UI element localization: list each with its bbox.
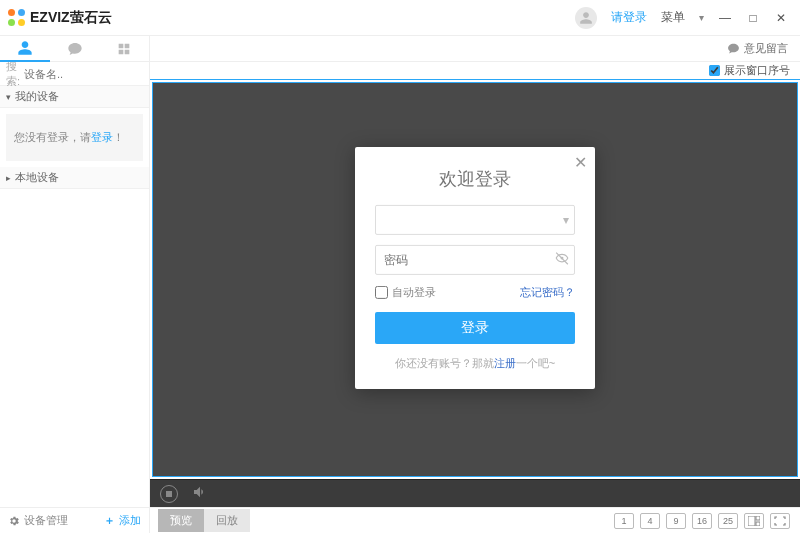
login-link[interactable]: 请登录 bbox=[611, 9, 647, 26]
logo-icon bbox=[8, 9, 26, 27]
plus-icon: ＋ bbox=[104, 513, 115, 528]
grid-custom-button[interactable] bbox=[744, 513, 764, 529]
tab-playback[interactable]: 回放 bbox=[204, 509, 250, 532]
avatar-icon bbox=[575, 7, 597, 29]
chevron-down-icon: ▾ bbox=[6, 92, 11, 102]
svg-rect-1 bbox=[756, 516, 760, 520]
feedback-label: 意见留言 bbox=[744, 41, 788, 56]
stop-button[interactable] bbox=[160, 485, 178, 503]
auto-login-label: 自动登录 bbox=[392, 284, 436, 299]
add-label: 添加 bbox=[119, 513, 141, 528]
modal-close-icon[interactable]: ✕ bbox=[574, 152, 587, 171]
login-prompt-prefix: 您没有登录，请 bbox=[14, 131, 91, 143]
tab-apps[interactable] bbox=[99, 36, 149, 62]
feedback-button[interactable]: 意见留言 bbox=[727, 41, 788, 56]
device-mgmt-label: 设备管理 bbox=[24, 513, 68, 528]
menu-link[interactable]: 菜单 bbox=[661, 9, 685, 26]
password-field[interactable] bbox=[375, 244, 575, 274]
grid-4-button[interactable]: 4 bbox=[640, 513, 660, 529]
my-devices-section[interactable]: ▾ 我的设备 bbox=[0, 86, 149, 108]
search-input[interactable] bbox=[24, 68, 162, 80]
grid-1-button[interactable]: 1 bbox=[614, 513, 634, 529]
minimize-icon[interactable]: — bbox=[718, 11, 732, 25]
svg-rect-0 bbox=[748, 516, 755, 526]
register-prefix: 你还没有账号？那就 bbox=[395, 356, 494, 368]
dropdown-icon[interactable]: ▾ bbox=[563, 212, 569, 226]
chevron-right-icon: ▸ bbox=[6, 173, 11, 183]
auto-login-checkbox[interactable]: 自动登录 bbox=[375, 284, 436, 299]
login-modal: ✕ 欢迎登录 ▾ 自动登录 忘记密码？ 登录 你还没有账号？那就注册一个吧~ bbox=[355, 146, 595, 388]
forgot-password-link[interactable]: 忘记密码？ bbox=[520, 284, 575, 299]
grid-25-button[interactable]: 25 bbox=[718, 513, 738, 529]
gear-icon bbox=[8, 515, 20, 527]
maximize-icon[interactable]: □ bbox=[746, 11, 760, 25]
volume-icon[interactable] bbox=[192, 484, 208, 504]
my-devices-label: 我的设备 bbox=[15, 89, 59, 104]
speech-bubble-icon bbox=[727, 42, 740, 55]
login-submit-button[interactable]: 登录 bbox=[375, 311, 575, 343]
register-link[interactable]: 注册 bbox=[494, 356, 516, 368]
tab-messages[interactable] bbox=[50, 36, 100, 62]
close-icon[interactable]: ✕ bbox=[774, 11, 788, 25]
add-device-button[interactable]: ＋ 添加 bbox=[104, 513, 141, 528]
modal-title: 欢迎登录 bbox=[375, 166, 575, 190]
login-prompt-link[interactable]: 登录 bbox=[91, 131, 113, 143]
app-logo: EZVIZ萤石云 bbox=[0, 9, 112, 27]
grid-9-button[interactable]: 9 bbox=[666, 513, 686, 529]
register-suffix: 一个吧~ bbox=[516, 356, 555, 368]
show-index-checkbox[interactable] bbox=[709, 65, 720, 76]
tab-preview[interactable]: 预览 bbox=[158, 509, 204, 532]
login-prompt-suffix: ！ bbox=[113, 131, 124, 143]
svg-rect-2 bbox=[756, 522, 760, 526]
eye-off-icon[interactable] bbox=[555, 251, 569, 268]
tab-devices[interactable] bbox=[0, 36, 50, 62]
grid-16-button[interactable]: 16 bbox=[692, 513, 712, 529]
app-title: EZVIZ萤石云 bbox=[30, 9, 112, 27]
login-prompt-box: 您没有登录，请登录！ bbox=[6, 114, 143, 161]
dropdown-icon[interactable]: ▾ bbox=[699, 12, 704, 23]
username-field[interactable] bbox=[375, 204, 575, 234]
fullscreen-button[interactable] bbox=[770, 513, 790, 529]
show-index-label: 展示窗口序号 bbox=[724, 63, 790, 78]
local-devices-section[interactable]: ▸ 本地设备 bbox=[0, 167, 149, 189]
search-label: 搜索: bbox=[6, 59, 20, 89]
local-devices-label: 本地设备 bbox=[15, 170, 59, 185]
device-mgmt-button[interactable]: 设备管理 bbox=[8, 513, 68, 528]
video-stage: ✕ 欢迎登录 ▾ 自动登录 忘记密码？ 登录 你还没有账号？那就注册一个吧~ bbox=[152, 82, 798, 477]
